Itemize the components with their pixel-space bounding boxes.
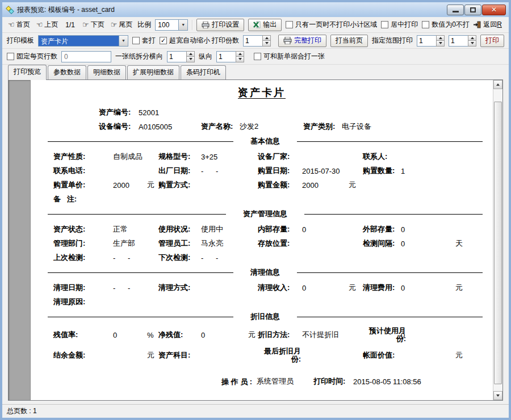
print-current-page-button[interactable]: 打当前页 xyxy=(330,35,368,47)
field-label: 结余金额: xyxy=(53,350,85,360)
export-button[interactable]: 输出 xyxy=(248,19,282,31)
spin-up-icon[interactable] xyxy=(186,51,195,57)
field-value: 电子设备 xyxy=(342,121,371,132)
field-unit: 元 xyxy=(349,180,356,190)
prev-page-button[interactable]: ☜上页 xyxy=(35,19,60,31)
scrollbar-track[interactable] xyxy=(493,89,502,391)
title-bar: 报表预览: 模板编号 - asset_card ✕ xyxy=(2,2,509,17)
checkbox-zero-not-printed[interactable]: 数值为0不打 xyxy=(422,20,470,30)
range-to-input[interactable] xyxy=(449,35,468,47)
tab-extended-detail-data[interactable]: 扩展明细数据 xyxy=(127,65,179,79)
checkbox-icon xyxy=(254,53,261,60)
range-from-stepper[interactable] xyxy=(417,35,445,47)
field-label: 净残值: xyxy=(158,330,183,340)
doc-section: 清理信息 xyxy=(31,264,493,280)
spin-down-icon[interactable] xyxy=(262,41,271,47)
operator-value: 系统管理员 xyxy=(257,376,294,387)
last-page-button[interactable]: ☞尾页 xyxy=(110,19,134,31)
range-to-stepper[interactable] xyxy=(449,35,476,47)
spin-up-icon[interactable] xyxy=(262,35,271,41)
scale-combobox[interactable]: 100 ▼ xyxy=(155,19,188,31)
toolbar-print: 打印模板 资产卡片 ▼ 套打 超宽自动缩小 打印份数 完整打印 打当前页 指定范… xyxy=(2,33,509,49)
close-button[interactable]: ✕ xyxy=(482,5,506,15)
toolbar-navigation: ☜首页 ☜上页 1/1 ☞下页 ☞尾页 比例 100 ▼ 打印设置 输出 只有一… xyxy=(2,17,509,33)
scrollbar-thumb[interactable] xyxy=(494,102,502,384)
field-label: 购置金额: xyxy=(258,180,290,190)
copies-input[interactable] xyxy=(243,35,262,47)
next-page-button[interactable]: ☞下页 xyxy=(81,19,106,31)
report-page: 资产卡片 资产编号:52001设备编号:A0105005资产名称:沙发2资产类别… xyxy=(30,80,493,400)
tab-detail-data[interactable]: 明细数据 xyxy=(87,65,126,79)
checkbox-overlay-print[interactable]: 套打 xyxy=(132,36,156,45)
split-horizontal-stepper[interactable] xyxy=(167,51,195,62)
checkbox-no-subtotal-single-page[interactable]: 只有一页时不打印小计区域 xyxy=(286,20,377,30)
field-value: 正常 xyxy=(113,224,128,234)
maximize-button[interactable] xyxy=(464,5,481,15)
template-combobox[interactable]: 资产卡片 ▼ xyxy=(38,35,128,47)
return-button[interactable]: 返回R xyxy=(474,20,504,30)
field-value: 0 xyxy=(401,239,405,247)
chevron-down-icon[interactable]: ▼ xyxy=(119,36,128,46)
spin-up-icon[interactable] xyxy=(468,35,476,41)
field-label: 最后折旧月份: xyxy=(258,347,301,363)
field-label: 清理原因: xyxy=(53,297,85,307)
spin-down-icon[interactable] xyxy=(186,57,195,62)
checkbox-merge-with-new-doc[interactable]: 可和新单据合打一张 xyxy=(254,52,325,61)
spin-up-icon[interactable] xyxy=(236,51,244,57)
field-value: 2000 xyxy=(302,180,319,189)
print-full-button[interactable]: 完整打印 xyxy=(278,35,326,47)
chevron-down-icon[interactable]: ▼ xyxy=(178,20,187,30)
field-value: - - xyxy=(113,283,130,292)
checkbox-center-print[interactable]: 居中打印 xyxy=(381,20,418,30)
operator-label: 操 作 员 : xyxy=(218,377,256,386)
field-label: 内部存量: xyxy=(258,224,290,234)
field-label: 折旧方法: xyxy=(258,330,290,340)
field-value: - - xyxy=(201,253,218,262)
range-from-input[interactable] xyxy=(417,35,436,47)
checkbox-fixed-rows-per-page[interactable]: 固定每页行数 xyxy=(7,52,57,61)
tab-print-preview[interactable]: 打印预览 xyxy=(8,65,47,80)
scroll-down-icon[interactable] xyxy=(493,391,502,400)
minimize-button[interactable] xyxy=(447,5,464,15)
field-label: 上次检测: xyxy=(53,253,85,263)
spin-down-icon[interactable] xyxy=(436,41,445,47)
doc-row: 联系电话:出厂日期:- -购置日期:2015-07-30购置数量:1 xyxy=(31,163,493,178)
spin-down-icon[interactable] xyxy=(468,41,476,47)
field-label: 资产科目: xyxy=(158,350,190,360)
field-unit: 元 xyxy=(455,283,463,293)
tab-parameter-data[interactable]: 参数数据 xyxy=(48,65,86,79)
field-unit: 天 xyxy=(455,238,463,249)
field-value: 1 xyxy=(401,166,405,175)
checkbox-auto-shrink[interactable]: 超宽自动缩小 xyxy=(160,36,210,45)
split-vertical-input[interactable] xyxy=(216,51,236,62)
doc-row: 资产状态:正常使用状况:使用中内部存量:0外部存量:0 xyxy=(31,222,493,236)
doc-row: 结余金额:元资产科目:最后折旧月份:帐面价值:元 xyxy=(31,345,493,366)
hand-right-icon: ☞ xyxy=(82,22,89,28)
field-value: 3+25 xyxy=(201,152,217,161)
split-horizontal-input[interactable] xyxy=(167,51,186,62)
field-label: 出厂日期: xyxy=(158,166,190,176)
template-label: 打印模板 xyxy=(7,36,34,45)
printer-icon xyxy=(283,37,292,44)
toolbar-layout: 固定每页行数 一张纸拆分横向 纵向 可和新单据合打一张 xyxy=(2,49,509,65)
spin-down-icon[interactable] xyxy=(236,57,244,62)
field-unit: 元 xyxy=(349,283,356,293)
copies-stepper[interactable] xyxy=(243,35,271,47)
spin-up-icon[interactable] xyxy=(436,35,445,41)
field-value: A0105005 xyxy=(139,122,172,131)
tab-content: 资产卡片 资产编号:52001设备编号:A0105005资产名称:沙发2资产类别… xyxy=(2,79,509,404)
print-settings-button[interactable]: 打印设置 xyxy=(196,19,244,31)
field-value: - - xyxy=(201,166,218,175)
tab-barcode-printer[interactable]: 条码打印机 xyxy=(181,65,226,79)
fixed-rows-input[interactable] xyxy=(61,51,111,62)
checkbox-icon xyxy=(381,21,388,28)
doc-row: 清理日期:- -清理方式:清理收入:0元清理费用:0元 xyxy=(31,280,493,295)
first-page-button[interactable]: ☜首页 xyxy=(7,19,31,31)
vertical-scrollbar[interactable] xyxy=(493,80,502,400)
field-label: 存放位置: xyxy=(258,238,290,249)
minimize-icon xyxy=(453,11,459,12)
doc-section: 资产管理信息 xyxy=(31,206,493,222)
print-button[interactable]: 打印 xyxy=(480,35,504,47)
split-vertical-stepper[interactable] xyxy=(216,51,244,62)
scroll-up-icon[interactable] xyxy=(493,80,502,89)
